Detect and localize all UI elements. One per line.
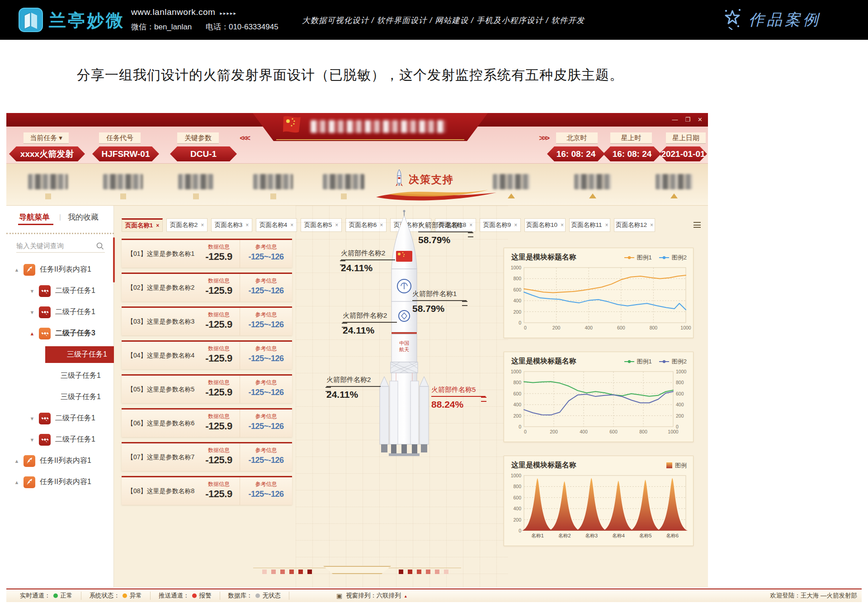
sidebar-scrollbar[interactable] [113, 237, 115, 282]
tree-item[interactable]: ▲二级子任务3 [6, 323, 114, 344]
tab-close-icon[interactable]: × [561, 222, 564, 228]
parameter-ref-col: 参考信息-125~-126 [240, 410, 292, 437]
ref-info-label: 参考信息 [240, 243, 292, 251]
legend-item: 图例1 [624, 358, 652, 366]
parameter-data-col: 数据信息-125.9 [198, 240, 240, 268]
svg-text:800: 800 [513, 484, 521, 489]
site-url[interactable]: www.lanlanwork.com▸▸▸▸▸ [131, 7, 290, 17]
search-input[interactable] [16, 239, 105, 253]
search-icon[interactable] [96, 242, 104, 252]
parameter-name: 【01】这里是参数名称1 [122, 240, 198, 268]
close-button[interactable]: ✕ [698, 116, 703, 123]
window-layout-dropdown[interactable]: ▣ 视窗排列：六联排列 ▴ [336, 592, 407, 600]
menu-item-redacted[interactable] [323, 174, 364, 189]
menu-item-redacted[interactable] [103, 174, 143, 189]
tab-list-icon[interactable] [693, 222, 701, 228]
footer-decoration [253, 566, 461, 578]
parameter-ref-col: 参考信息-125~-126 [240, 477, 292, 505]
svg-text:400: 400 [513, 402, 521, 407]
satellite-icon [39, 306, 51, 318]
chart-title: 这里是模块标题名称 [511, 253, 624, 262]
parameter-ref-col: 参考信息-125~-126 [240, 308, 292, 335]
callout-value: 24.11% [341, 263, 412, 273]
tab-close-icon[interactable]: × [605, 222, 609, 228]
page-tab[interactable]: 页面名称12× [614, 218, 655, 232]
chevron-down-icon[interactable]: ▼ [29, 288, 35, 294]
svg-text:1000: 1000 [511, 265, 522, 270]
data-info-value: -125.9 [198, 488, 240, 500]
ref-info-value: -125~-126 [240, 252, 292, 262]
tab-close-icon[interactable]: × [245, 222, 249, 228]
deco-square [271, 570, 276, 574]
satellite-icon [39, 328, 51, 339]
menu-item-redacted[interactable] [493, 174, 530, 189]
parameter-name: 【06】这里是参数名称6 [122, 410, 198, 437]
page-tab[interactable]: 页面名称4× [256, 218, 297, 232]
parameter-list: 【01】这里是参数名称1数据信息-125.9参考信息-125~-126【02】这… [122, 239, 292, 510]
parameter-card: 【07】这里是参数名称7数据信息-125.9参考信息-125~-126 [122, 442, 292, 471]
tree-item[interactable]: ▼二级子任务1 [6, 280, 114, 301]
chevron-up-icon[interactable]: ▲ [29, 331, 35, 336]
svg-text:1000: 1000 [668, 429, 679, 434]
menu-item-marker [341, 193, 347, 199]
rocket-callout: 火箭部件名称588.24% [431, 386, 503, 410]
deco-square [399, 570, 403, 574]
parameter-card: 【05】这里是参数名称5数据信息-125.9参考信息-125~-126 [122, 374, 292, 403]
menu-item-redacted[interactable] [178, 174, 213, 189]
status-label: 推送通道： [159, 592, 189, 600]
chart-legend: 图例1图例2 [624, 254, 687, 262]
chevron-down-icon[interactable]: ▼ [29, 437, 35, 443]
tree-item[interactable]: ▲任务II列表内容1 [6, 259, 114, 280]
restore-button[interactable]: ❐ [685, 116, 690, 123]
chevron-down-icon[interactable]: ▼ [29, 416, 35, 421]
rocket-icon [24, 264, 35, 276]
page-tab[interactable]: 页面名称10× [524, 218, 566, 232]
tab-close-icon[interactable]: × [156, 222, 159, 229]
legend-label: 图例 [675, 461, 687, 470]
page-tab[interactable]: 页面名称1× [122, 218, 163, 232]
field-label-chip[interactable]: 当前任务 ▾ [24, 132, 69, 144]
deco-square [289, 570, 294, 574]
menu-item-redacted[interactable] [253, 174, 293, 189]
tree-item[interactable]: ▼二级子任务1 [6, 408, 114, 429]
tree-item[interactable]: ▼二级子任务1 [6, 429, 114, 450]
chevron-down-icon[interactable]: ▼ [29, 310, 35, 315]
chevron-up-icon[interactable]: ▲ [14, 267, 20, 273]
page-tab[interactable]: 页面名称3× [211, 218, 252, 232]
sidebar-tab-nav-menu[interactable]: 导航菜单 [19, 212, 50, 222]
tree-item[interactable]: 三级子任务1 [6, 344, 114, 365]
ref-info-label: 参考信息 [240, 413, 292, 420]
menu-item-redacted[interactable] [656, 174, 693, 189]
tree-item[interactable]: ▲任务II列表内容1 [6, 471, 114, 493]
tab-close-icon[interactable]: × [201, 222, 204, 228]
page-tab-label: 页面名称10 [526, 221, 557, 229]
tree-item-label: 二级子任务3 [55, 329, 95, 338]
svg-text:600: 600 [513, 495, 521, 500]
tab-divider: | [59, 213, 61, 221]
deco-square [280, 570, 285, 574]
menu-item-redacted[interactable] [574, 174, 611, 189]
parameter-card: 【08】这里是参数名称8数据信息-125.9参考信息-125~-126 [122, 476, 292, 505]
menu-item-redacted[interactable] [28, 174, 68, 189]
tree-item[interactable]: 三级子任务1 [6, 365, 114, 386]
page-tab[interactable]: 页面名称2× [166, 218, 208, 232]
chevron-up-icon[interactable]: ▲ [14, 480, 20, 485]
tree-item[interactable]: ▲任务II列表内容1 [6, 450, 114, 471]
services-nav[interactable]: 大数据可视化设计 / 软件界面设计 / 网站建设 / 手机及小程序设计 / 软件… [302, 15, 591, 26]
chart-header: 这里是模块标题名称图例1图例2 [504, 352, 693, 367]
tree-item[interactable]: 三级子任务1 [6, 386, 114, 408]
tab-close-icon[interactable]: × [650, 222, 653, 228]
minimize-button[interactable]: — [672, 116, 678, 123]
svg-text:800: 800 [639, 429, 647, 434]
status-label: 数据库： [228, 592, 253, 600]
sidebar-tab-favorites[interactable]: 我的收藏 [68, 212, 99, 222]
portfolio-link[interactable]: 作品案例 [722, 8, 821, 32]
page-tab[interactable]: 页面名称11× [569, 218, 610, 232]
tab-close-icon[interactable]: × [514, 222, 517, 228]
tab-close-icon[interactable]: × [290, 222, 293, 228]
status-dot-icon [123, 593, 127, 598]
nav-tree: ▲任务II列表内容1▼二级子任务1▼二级子任务1▲二级子任务3三级子任务1三级子… [6, 259, 114, 493]
chevron-up-icon[interactable]: ▲ [14, 458, 20, 464]
callout-value: 58.79% [412, 303, 484, 314]
tree-item[interactable]: ▼二级子任务1 [6, 301, 114, 323]
